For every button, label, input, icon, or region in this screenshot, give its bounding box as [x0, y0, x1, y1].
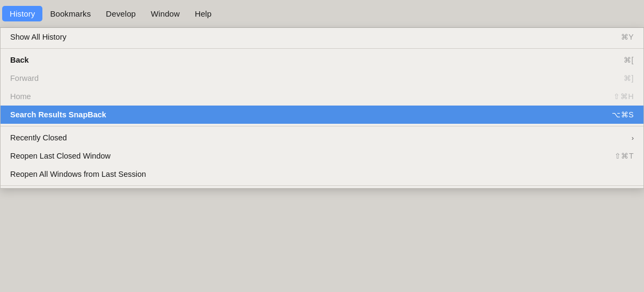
menu-item-recently-closed[interactable]: Recently Closed › [1, 129, 643, 147]
recently-closed-chevron-icon: › [632, 134, 634, 142]
separator-2 [1, 126, 643, 126]
home-shortcut: ⇧⌘H [613, 92, 634, 101]
reopen-last-closed-window-shortcut: ⇧⌘T [614, 152, 634, 160]
search-results-snapback-label: Search Results SnapBack [10, 110, 106, 119]
search-results-snapback-shortcut: ⌥⌘S [612, 110, 634, 119]
menu-item-forward[interactable]: Forward ⌘] [1, 69, 643, 87]
menu-item-show-all-history[interactable]: Show All History ⌘Y [1, 28, 643, 46]
menubar: History Bookmarks Develop Window Help [0, 0, 644, 28]
menu-item-reopen-last-closed-window[interactable]: Reopen Last Closed Window ⇧⌘T [1, 147, 643, 165]
menu-item-back[interactable]: Back ⌘[ [1, 51, 643, 69]
menubar-item-develop[interactable]: Develop [98, 6, 143, 21]
forward-shortcut: ⌘] [624, 74, 634, 83]
reopen-last-closed-window-label: Reopen Last Closed Window [10, 152, 111, 160]
menubar-item-window[interactable]: Window [143, 6, 187, 21]
forward-label: Forward [10, 74, 39, 83]
menu-item-home[interactable]: Home ⇧⌘H [1, 87, 643, 106]
separator-3 [1, 185, 643, 186]
home-label: Home [10, 92, 31, 101]
recently-closed-label: Recently Closed [10, 133, 67, 142]
menubar-item-history[interactable]: History [2, 6, 42, 21]
back-label: Back [10, 56, 29, 64]
show-all-history-shortcut: ⌘Y [621, 33, 634, 41]
menubar-item-bookmarks[interactable]: Bookmarks [42, 6, 98, 21]
menu-item-reopen-all-windows[interactable]: Reopen All Windows from Last Session [1, 165, 643, 183]
history-menu: Show All History ⌘Y Back ⌘[ Forward ⌘] H… [0, 28, 644, 189]
back-shortcut: ⌘[ [624, 56, 634, 64]
menubar-item-help[interactable]: Help [187, 6, 219, 21]
reopen-all-windows-label: Reopen All Windows from Last Session [10, 170, 146, 178]
menu-item-search-results-snapback[interactable]: Search Results SnapBack ⌥⌘S [1, 106, 643, 124]
show-all-history-label: Show All History [10, 33, 67, 41]
separator-1 [1, 48, 643, 49]
